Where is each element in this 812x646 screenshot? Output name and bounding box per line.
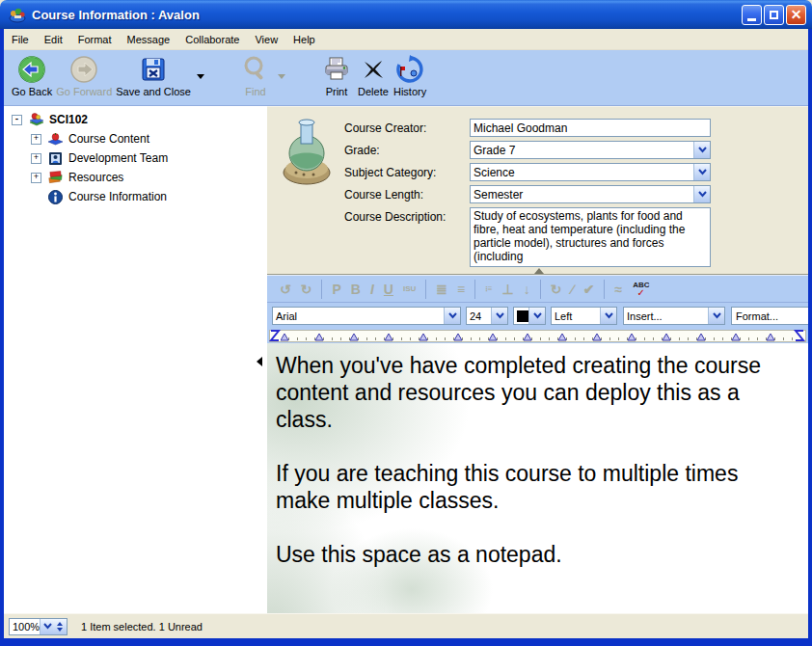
chevron-down-icon[interactable] xyxy=(600,308,616,324)
indent-icon: ⁝≡ xyxy=(485,285,492,293)
expand-box-icon[interactable]: + xyxy=(31,173,41,183)
chevron-down-icon[interactable] xyxy=(40,619,54,634)
course-description-field[interactable]: Study of ecosystems, plants for food and… xyxy=(470,207,711,267)
align-bottom-icon: ⊥ xyxy=(501,283,513,296)
chevron-down-icon[interactable] xyxy=(491,308,507,324)
expand-box-icon[interactable]: + xyxy=(31,153,41,164)
maximize-icon xyxy=(770,11,778,19)
chevron-down-icon[interactable] xyxy=(693,164,710,180)
strikethrough-icon: ISU xyxy=(403,285,416,293)
window-border-bottom xyxy=(0,638,812,646)
print-label: Print xyxy=(326,86,348,97)
go-back-label: Go Back xyxy=(12,86,52,97)
delete-button[interactable]: Delete xyxy=(357,53,390,97)
status-text: 1 Item selected. 1 Unread xyxy=(81,621,203,633)
insert-select[interactable]: Insert... xyxy=(623,307,725,325)
spell-check-mark: ✓ xyxy=(637,289,645,297)
signature-icon: ≈ xyxy=(614,283,622,296)
subject-category-select[interactable]: Science xyxy=(470,163,711,181)
save-and-close-icon xyxy=(137,53,170,86)
go-back-button[interactable]: Go Back xyxy=(12,53,52,97)
close-icon: ✕ xyxy=(791,8,802,21)
chevron-down-icon[interactable] xyxy=(708,308,724,324)
close-button[interactable]: ✕ xyxy=(786,5,806,25)
menu-file[interactable]: File xyxy=(4,32,37,47)
expand-box-icon[interactable]: + xyxy=(31,134,41,145)
tree-item-label: Course Information xyxy=(68,190,167,203)
notepad-paragraph: If you are teaching this course to multi… xyxy=(276,460,782,514)
ink-drop-icon: ↓ xyxy=(524,283,530,296)
course-icon xyxy=(28,112,44,128)
menu-help[interactable]: Help xyxy=(285,32,323,47)
pane-collapse-arrow[interactable] xyxy=(257,357,262,366)
paragraph-icon: P xyxy=(332,283,340,296)
grade-value: Grade 7 xyxy=(471,144,693,157)
course-tree-panel: - SCI102 + Course Content + Development … xyxy=(4,106,267,613)
save-and-close-dropdown[interactable] xyxy=(197,74,204,79)
go-forward-icon xyxy=(68,53,100,86)
collapse-up-icon[interactable] xyxy=(534,268,544,274)
tree-root-label: SCI102 xyxy=(49,113,88,126)
menu-format[interactable]: Format xyxy=(70,32,120,47)
course-creator-input[interactable] xyxy=(471,120,710,136)
course-creator-label: Course Creator: xyxy=(344,121,426,135)
go-back-icon xyxy=(15,53,48,86)
font-size-select[interactable]: 24 xyxy=(466,307,508,325)
tree-item-development-team[interactable]: + Development Team xyxy=(4,149,267,167)
course-length-label: Course Length: xyxy=(344,188,423,202)
tree-item-resources[interactable]: + Resources xyxy=(4,169,267,186)
notepad-editor[interactable]: When you've have completed creating the … xyxy=(267,343,808,613)
tree-item-course-information[interactable]: Course Information xyxy=(4,188,267,205)
collapse-box-icon[interactable]: - xyxy=(12,115,22,125)
history-button[interactable]: History xyxy=(393,53,426,97)
chevron-down-icon[interactable] xyxy=(528,308,545,324)
print-icon xyxy=(320,53,353,86)
chevron-down-icon[interactable] xyxy=(693,142,710,158)
find-button: Find xyxy=(239,53,272,97)
title-bar: Course Information : Avalon ✕ xyxy=(0,0,812,29)
app-icon xyxy=(8,5,27,24)
chevron-down-icon[interactable] xyxy=(693,186,710,202)
zoom-select[interactable]: 100% xyxy=(9,618,53,635)
subject-category-value: Science xyxy=(471,166,693,179)
spell-check-button[interactable]: ABC ✓ xyxy=(633,282,649,297)
window-title: Course Information : Avalon xyxy=(32,8,740,22)
tree-item-course-content[interactable]: + Course Content xyxy=(4,130,267,148)
minimize-button[interactable] xyxy=(742,5,762,25)
formatting-toolbar: ↺ ↻ P B I U ISU ≣ ≡ ⁝≡ ⊥ ↓ ↻ ∕ ✔ ≈ ABC ✓ xyxy=(267,275,808,303)
save-and-close-button[interactable]: Save and Close xyxy=(116,53,191,97)
development-team-icon xyxy=(47,150,64,167)
course-description-input[interactable]: Study of ecosystems, plants for food and… xyxy=(471,208,710,266)
font-family-value: Arial xyxy=(273,310,444,322)
zoom-stepper[interactable] xyxy=(53,618,68,635)
course-length-select[interactable]: Semester xyxy=(470,185,711,203)
course-creator-field[interactable] xyxy=(470,119,711,137)
font-color-select[interactable] xyxy=(513,307,546,325)
menu-edit[interactable]: Edit xyxy=(37,32,70,47)
print-button[interactable]: Print xyxy=(320,53,353,97)
alignment-select[interactable]: Left xyxy=(551,307,617,325)
delete-icon xyxy=(357,53,390,86)
menu-view[interactable]: View xyxy=(247,32,285,47)
tree-root-sci102[interactable]: - SCI102 xyxy=(4,111,267,128)
notepad-paragraph: When you've have completed creating the … xyxy=(276,352,782,433)
maximize-button[interactable] xyxy=(764,5,784,25)
toolbar-separator xyxy=(604,280,605,299)
font-family-select[interactable]: Arial xyxy=(272,307,461,325)
toolbar-separator xyxy=(425,280,426,299)
color-swatch xyxy=(517,310,528,322)
toolbar-separator xyxy=(540,280,541,299)
chevron-down-icon[interactable] xyxy=(444,308,460,324)
menu-message[interactable]: Message xyxy=(120,32,178,47)
menu-collaborate[interactable]: Collaborate xyxy=(177,32,247,47)
ruler-right-marker xyxy=(796,331,803,340)
grade-select[interactable]: Grade 7 xyxy=(470,141,711,159)
find-dropdown xyxy=(278,74,285,79)
delete-label: Delete xyxy=(358,86,389,97)
zoom-value: 100% xyxy=(10,621,40,633)
underline-icon: U xyxy=(384,283,393,296)
format-button[interactable]: Format... xyxy=(731,307,808,325)
right-pane: Course Creator: Grade: Grade 7 Subject C… xyxy=(267,106,808,613)
notepad-paragraph: Use this space as a notepad. xyxy=(276,541,782,568)
italic-icon: I xyxy=(370,283,374,296)
